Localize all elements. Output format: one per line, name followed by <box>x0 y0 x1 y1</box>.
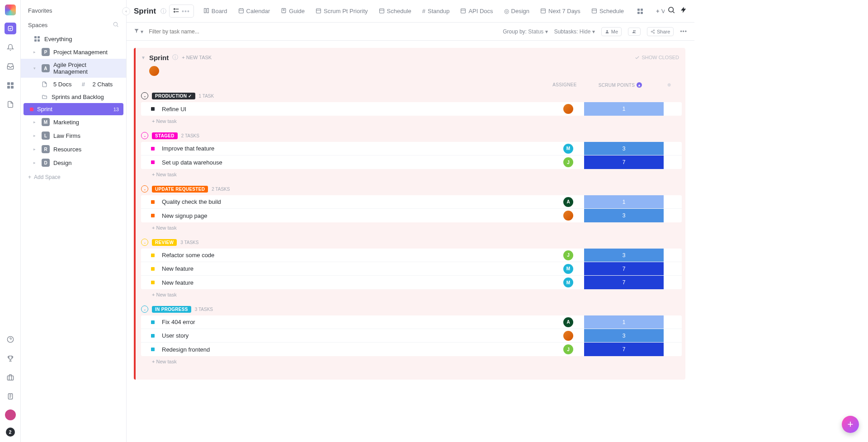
assignee-avatar[interactable]: M <box>563 264 573 274</box>
points-cell[interactable]: 7 <box>584 262 664 275</box>
status-badge[interactable]: STAGED <box>152 132 178 139</box>
task-row[interactable]: New feature M 7 <box>141 276 682 289</box>
search-icon[interactable] <box>113 21 119 29</box>
assignee-avatar[interactable]: J <box>563 344 573 354</box>
add-column-icon[interactable]: ⊕ <box>660 82 678 88</box>
more-icon[interactable]: ••• <box>680 28 687 35</box>
assignee-avatar[interactable] <box>563 104 573 114</box>
assignee-avatar[interactable]: M <box>563 144 573 154</box>
trophy-icon[interactable] <box>5 353 16 364</box>
subtasks-control[interactable]: Subtasks: Hide ▾ <box>554 28 595 35</box>
points-cell[interactable]: 7 <box>584 343 664 356</box>
assignee-avatar[interactable] <box>563 331 573 341</box>
app-logo-icon[interactable] <box>5 5 16 15</box>
briefcase-icon[interactable] <box>5 371 16 383</box>
home-icon[interactable] <box>5 23 16 34</box>
list-view-tab[interactable]: ••• <box>169 5 194 18</box>
view-tab-next-7-days[interactable]: Next 7 Days <box>536 5 585 18</box>
points-cell[interactable]: 3 <box>584 142 664 155</box>
group-by-control[interactable]: Group by: Status ▾ <box>503 28 547 35</box>
points-cell[interactable]: 1 <box>584 195 664 208</box>
points-cell[interactable]: 1 <box>584 102 664 116</box>
assignee-avatar[interactable]: M <box>563 277 573 287</box>
view-tab-scrum-pt-priority[interactable]: Scrum Pt Priority <box>311 5 372 18</box>
assignee-header[interactable]: ASSIGNEE <box>549 82 580 88</box>
workspace-badge[interactable]: 2 <box>6 428 15 437</box>
collapse-group-icon[interactable]: ⌄ <box>141 185 148 193</box>
collapse-group-icon[interactable]: ⌄ <box>141 239 148 246</box>
me-filter-button[interactable]: Me <box>601 27 622 36</box>
assignee-avatar[interactable] <box>563 211 573 221</box>
task-row[interactable]: User story 3 <box>141 329 682 343</box>
task-row[interactable]: Improve that feature M 3 <box>141 142 682 155</box>
dashboards-icon[interactable] <box>5 80 16 91</box>
status-badge[interactable]: PRODUCTION ✓ <box>152 93 195 99</box>
filter-icon[interactable]: ▾ <box>134 28 143 35</box>
view-tab-api-docs[interactable]: API Docs <box>456 5 497 18</box>
assignee-avatar[interactable]: J <box>563 157 573 167</box>
grid-view-icon[interactable] <box>633 6 647 17</box>
space-row-resources[interactable]: ▸ R Resources <box>21 142 126 156</box>
view-tab-schedule[interactable]: Schedule <box>587 5 628 18</box>
view-tab-calendar[interactable]: Calendar <box>234 5 274 18</box>
collapse-sidebar-icon[interactable]: ‹ <box>122 7 130 15</box>
docs-icon[interactable] <box>5 99 16 110</box>
favorites-section[interactable]: Favorites <box>21 4 126 18</box>
view-tab-schedule[interactable]: Schedule <box>375 5 415 18</box>
add-space-button[interactable]: + Add Space <box>21 169 126 185</box>
task-row[interactable]: New feature M 7 <box>141 262 682 276</box>
assignees-button[interactable] <box>628 28 641 36</box>
task-row[interactable]: Fix 404 error A 1 <box>141 315 682 329</box>
assignee-avatar[interactable]: A <box>563 317 573 327</box>
help-icon[interactable] <box>5 334 16 345</box>
info-icon[interactable]: ⓘ <box>172 53 178 61</box>
task-row[interactable]: Refactor some code J 3 <box>141 249 682 262</box>
view-tab-standup[interactable]: #Standup <box>418 5 454 17</box>
automations-icon[interactable] <box>680 6 687 16</box>
user-avatar[interactable] <box>5 409 16 420</box>
sprint-list-row[interactable]: Sprint 13 <box>24 103 123 115</box>
view-tab-board[interactable]: Board <box>199 5 231 18</box>
folder-row[interactable]: Sprints and Backlog <box>21 90 126 103</box>
task-row[interactable]: Redesign frontend J 7 <box>141 343 682 356</box>
points-cell[interactable]: 3 <box>584 329 664 342</box>
view-tab-design[interactable]: ◎Design <box>500 5 533 17</box>
sprint-avatar[interactable] <box>149 66 159 76</box>
inbox-icon[interactable] <box>5 61 16 72</box>
tab-menu-icon[interactable]: ••• <box>182 8 190 15</box>
points-cell[interactable]: 7 <box>584 155 664 169</box>
space-row-agile-project-management[interactable]: ▾ A Agile Project Management <box>21 59 126 78</box>
info-icon[interactable]: ⓘ <box>160 7 166 15</box>
collapse-group-icon[interactable]: ⌄ <box>141 132 148 139</box>
task-row[interactable]: New signup page 3 <box>141 209 682 222</box>
status-badge[interactable]: REVIEW <box>152 239 177 246</box>
clipboard-icon[interactable] <box>5 390 16 402</box>
points-cell[interactable]: 1 <box>584 315 664 329</box>
add-view-button[interactable]: + View <box>652 6 665 16</box>
show-closed-button[interactable]: SHOW CLOSED <box>635 55 679 60</box>
search-icon[interactable] <box>667 6 675 16</box>
collapse-group-icon[interactable]: ⌄ <box>141 92 148 99</box>
points-cell[interactable]: 3 <box>584 209 664 222</box>
docs-row[interactable]: 5 Docs # 2 Chats <box>21 78 126 90</box>
bell-icon[interactable] <box>5 42 16 53</box>
space-row-design[interactable]: ▸ D Design <box>21 156 126 169</box>
task-row[interactable]: Set up data warehouse J 7 <box>141 155 682 169</box>
points-header[interactable]: SCRUM POINTS ▲ <box>580 82 660 88</box>
new-task-button[interactable]: + New task <box>141 356 682 364</box>
assignee-avatar[interactable]: J <box>563 250 573 260</box>
status-badge[interactable]: IN PROGRESS <box>152 306 191 313</box>
share-button[interactable]: Share <box>647 27 674 36</box>
points-cell[interactable]: 3 <box>584 249 664 262</box>
task-row[interactable]: Refine UI 1 <box>141 102 682 116</box>
new-task-button[interactable]: + NEW TASK <box>182 55 212 60</box>
points-cell[interactable]: 7 <box>584 276 664 289</box>
space-row-project-management[interactable]: ▸ P Project Management <box>21 45 126 59</box>
collapse-icon[interactable]: ▼ <box>141 55 146 60</box>
everything-row[interactable]: Everything <box>21 33 126 45</box>
new-task-button[interactable]: + New task <box>141 222 682 230</box>
status-badge[interactable]: UPDATE REQUESTED <box>152 186 208 193</box>
collapse-group-icon[interactable]: ⌄ <box>141 306 148 313</box>
space-row-law-firms[interactable]: ▸ L Law Firms <box>21 129 126 142</box>
view-tab-guide[interactable]: Guide <box>277 5 309 18</box>
